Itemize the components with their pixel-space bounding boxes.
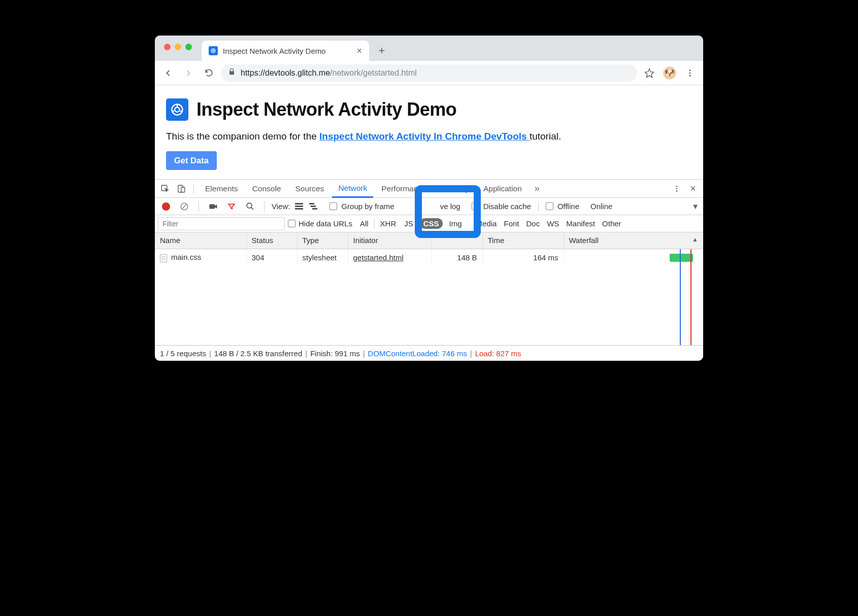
- initiator-link[interactable]: getstarted.html: [353, 253, 404, 262]
- tab-network[interactable]: Network: [332, 180, 373, 198]
- group-by-frame-checkbox[interactable]: [329, 202, 337, 210]
- filter-type-all[interactable]: All: [356, 218, 372, 229]
- filter-type-ws[interactable]: WS: [543, 218, 563, 229]
- minimize-window-button[interactable]: [175, 44, 181, 50]
- network-status-bar: 1 / 5 requests | 148 B / 2.5 KB transfer…: [155, 346, 703, 361]
- filter-input[interactable]: [158, 217, 285, 230]
- svg-rect-9: [181, 187, 185, 192]
- disable-cache-label: Disable cache: [483, 202, 531, 211]
- hide-data-urls-label: Hide data URLs: [299, 219, 352, 228]
- filter-type-other[interactable]: Other: [599, 218, 625, 229]
- clear-icon[interactable]: [177, 199, 191, 214]
- col-time[interactable]: Time: [482, 232, 564, 249]
- col-status[interactable]: Status: [246, 232, 297, 249]
- col-initiator[interactable]: Initiator: [348, 232, 432, 249]
- svg-rect-21: [312, 208, 317, 210]
- throttle-dropdown-icon[interactable]: ▼: [691, 202, 699, 211]
- filter-type-doc[interactable]: Doc: [522, 218, 543, 229]
- status-dcl: DOMContentLoaded: 746 ms: [368, 349, 467, 358]
- status-transferred: 148 B / 2.5 KB transferred: [214, 349, 302, 358]
- status-load: Load: 827 ms: [475, 349, 521, 358]
- tab-application[interactable]: Application: [477, 180, 528, 198]
- forward-button[interactable]: [180, 65, 196, 81]
- address-bar: https://devtools.glitch.me/network/getst…: [155, 61, 703, 85]
- svg-point-15: [247, 203, 252, 208]
- tab-close-icon[interactable]: ×: [356, 46, 362, 56]
- tab-console[interactable]: Console: [246, 180, 287, 198]
- filter-type-manifest[interactable]: Manifest: [563, 218, 599, 229]
- waterfall-view-icon[interactable]: [308, 202, 318, 211]
- get-data-button[interactable]: Get Data: [166, 151, 217, 170]
- svg-point-2: [689, 70, 691, 71]
- url-text: https://devtools.glitch.me/network/getst…: [241, 69, 417, 78]
- cell-type: stylesheet: [297, 249, 348, 266]
- offline-label: Offline: [557, 202, 579, 211]
- tab-performance[interactable]: Performance: [375, 180, 433, 198]
- offline-checkbox[interactable]: [546, 202, 553, 210]
- lock-icon: [228, 68, 236, 78]
- maximize-window-button[interactable]: [185, 44, 192, 50]
- back-button[interactable]: [160, 65, 176, 81]
- status-requests: 1 / 5 requests: [160, 349, 206, 358]
- page-logo-icon: [166, 98, 188, 121]
- bookmark-star-icon[interactable]: [641, 65, 657, 81]
- new-tab-button[interactable]: +: [374, 43, 389, 58]
- svg-rect-20: [311, 206, 316, 207]
- svg-point-11: [676, 188, 678, 189]
- camera-icon[interactable]: [206, 199, 220, 214]
- reload-button[interactable]: [201, 65, 217, 81]
- col-waterfall[interactable]: Waterfall▲: [564, 232, 703, 249]
- svg-rect-14: [210, 204, 215, 209]
- svg-rect-17: [295, 206, 303, 207]
- disable-cache-checkbox[interactable]: [472, 202, 479, 210]
- devtools-close-icon[interactable]: ×: [686, 182, 700, 196]
- hide-data-urls-checkbox[interactable]: [288, 220, 295, 227]
- online-label[interactable]: Online: [590, 202, 612, 211]
- sort-arrow-icon: ▲: [692, 236, 698, 243]
- record-button[interactable]: [159, 199, 173, 214]
- table-row[interactable]: main.css 304 stylesheet getstarted.html …: [155, 249, 703, 266]
- dcl-marker-line: [680, 249, 681, 346]
- avatar-icon: 🐶: [663, 66, 676, 80]
- network-table-body[interactable]: main.css 304 stylesheet getstarted.html …: [155, 249, 703, 346]
- svg-point-4: [689, 75, 691, 76]
- group-by-frame-label: Group by frame: [341, 202, 394, 211]
- chrome-menu-button[interactable]: [682, 65, 698, 81]
- close-window-button[interactable]: [164, 44, 171, 50]
- tab-elements[interactable]: Elements: [199, 180, 244, 198]
- table-header-row: Name Status Type Initiator Size Time Wat…: [155, 232, 703, 249]
- device-toolbar-icon[interactable]: [174, 182, 188, 196]
- tab-strip: Inspect Network Activity Demo × +: [155, 36, 703, 61]
- cell-initiator: getstarted.html: [348, 249, 432, 266]
- browser-tab[interactable]: Inspect Network Activity Demo ×: [202, 41, 369, 61]
- tutorial-link[interactable]: Inspect Network Activity In Chrome DevTo…: [319, 131, 530, 142]
- devtools-tabbar: Elements Console Sources Network Perform…: [155, 180, 703, 198]
- search-icon[interactable]: [243, 199, 257, 214]
- devtools-menu-icon[interactable]: [670, 182, 684, 196]
- col-size[interactable]: Size: [432, 232, 482, 249]
- filter-type-js[interactable]: JS: [401, 218, 417, 229]
- filter-type-css[interactable]: CSS: [420, 218, 443, 229]
- filter-type-img[interactable]: Img: [446, 218, 466, 229]
- svg-point-10: [676, 186, 678, 187]
- filter-icon[interactable]: [224, 199, 239, 214]
- svg-point-3: [689, 72, 691, 74]
- filter-type-xhr[interactable]: XHR: [377, 218, 400, 229]
- svg-rect-18: [295, 208, 303, 210]
- tab-memory[interactable]: Memory: [435, 180, 475, 198]
- profile-button[interactable]: 🐶: [662, 65, 678, 81]
- tab-favicon-icon: [209, 46, 218, 55]
- tab-sources[interactable]: Sources: [289, 180, 331, 198]
- filter-type-media[interactable]: Media: [473, 218, 501, 229]
- filter-type-font[interactable]: Font: [500, 218, 522, 229]
- intro-paragraph: This is the companion demo for the Inspe…: [166, 131, 692, 142]
- large-rows-icon[interactable]: [294, 202, 304, 211]
- url-bar[interactable]: https://devtools.glitch.me/network/getst…: [221, 64, 637, 82]
- col-type[interactable]: Type: [297, 232, 348, 249]
- inspect-element-icon[interactable]: [158, 182, 172, 196]
- more-tabs-icon[interactable]: »: [530, 182, 544, 196]
- svg-rect-19: [309, 203, 314, 204]
- svg-rect-16: [295, 203, 303, 204]
- file-icon: [160, 254, 167, 262]
- col-name[interactable]: Name: [155, 232, 246, 249]
